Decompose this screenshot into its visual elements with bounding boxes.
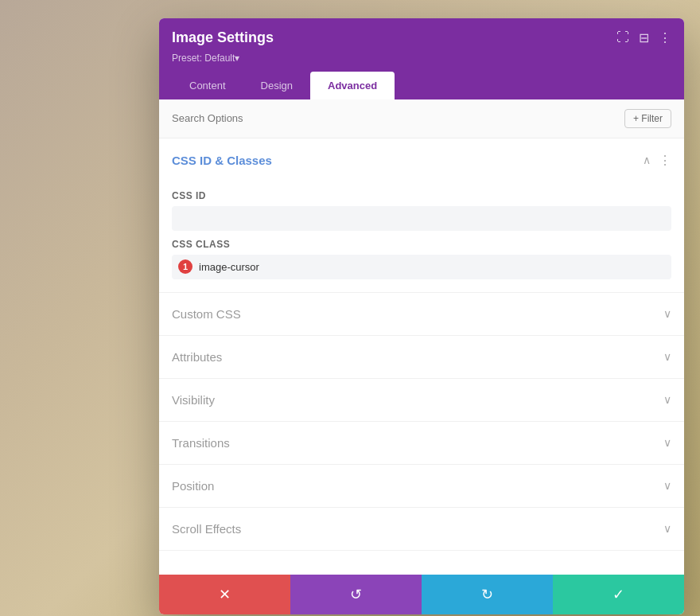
tab-design[interactable]: Design [243,72,310,99]
scroll-effects-chevron: ∨ [663,522,671,535]
image-settings-modal: Image Settings ⛶ ⊟ ⋮ Preset: Default▾ Co… [159,18,684,614]
position-section: Position ∨ [159,465,684,508]
css-section-title: CSS ID & Classes [172,154,272,167]
css-id-input[interactable] [172,206,671,231]
modal-body: + Filter CSS ID & Classes ∧ ⋮ CSS ID CSS… [159,99,684,575]
more-options-icon[interactable]: ⋮ [659,30,671,45]
fullscreen-icon[interactable]: ⛶ [616,30,629,45]
section-more-icon[interactable]: ⋮ [659,153,671,168]
visibility-header[interactable]: Visibility ∨ [159,379,684,421]
redo-button[interactable]: ↻ [422,575,553,614]
modal-footer: ✕ ↺ ↻ ✓ [159,575,684,614]
visibility-chevron: ∨ [663,393,671,406]
scroll-effects-title: Scroll Effects [172,522,241,536]
tab-advanced[interactable]: Advanced [310,72,395,99]
attributes-title: Attributes [172,350,222,364]
modal-header: Image Settings ⛶ ⊟ ⋮ Preset: Default▾ Co… [159,18,684,99]
footer-spacer [159,551,684,575]
redo-icon: ↻ [481,586,493,603]
tab-content[interactable]: Content [172,72,243,99]
css-section-icons: ∧ ⋮ [643,153,671,168]
custom-css-title: Custom CSS [172,307,241,321]
position-header[interactable]: Position ∨ [159,465,684,507]
transitions-title: Transitions [172,436,230,450]
preset-label[interactable]: Preset: Default▾ [172,53,671,64]
css-class-input[interactable] [172,255,671,279]
visibility-title: Visibility [172,393,215,407]
transitions-section: Transitions ∨ [159,422,684,465]
position-title: Position [172,479,214,493]
custom-css-section: Custom CSS ∨ [159,293,684,336]
attributes-chevron: ∨ [663,350,671,363]
css-class-wrapper: 1 [172,255,671,279]
custom-css-chevron: ∨ [663,307,671,320]
modal-title: Image Settings [172,29,274,46]
attributes-section: Attributes ∨ [159,336,684,379]
visibility-section: Visibility ∨ [159,379,684,422]
scroll-effects-section: Scroll Effects ∨ [159,508,684,551]
transitions-chevron: ∨ [663,436,671,449]
position-chevron: ∨ [663,479,671,492]
css-section-content: CSS ID CSS Class 1 [159,190,684,292]
save-button[interactable]: ✓ [553,575,684,614]
header-top: Image Settings ⛶ ⊟ ⋮ [172,29,671,46]
custom-css-header[interactable]: Custom CSS ∨ [159,293,684,335]
filter-button[interactable]: + Filter [624,109,671,128]
css-id-label: CSS ID [172,190,671,201]
save-icon: ✓ [612,586,624,603]
transitions-header[interactable]: Transitions ∨ [159,422,684,464]
columns-icon[interactable]: ⊟ [639,30,649,45]
css-section-header[interactable]: CSS ID & Classes ∧ ⋮ [159,138,684,182]
cancel-icon: ✕ [219,586,231,603]
cancel-button[interactable]: ✕ [159,575,290,614]
css-class-label: CSS Class [172,239,671,250]
search-bar: + Filter [159,99,684,138]
undo-icon: ↺ [350,586,362,603]
attributes-header[interactable]: Attributes ∨ [159,336,684,378]
class-count-badge: 1 [178,259,192,274]
css-id-classes-section: CSS ID & Classes ∧ ⋮ CSS ID CSS Class 1 [159,138,684,293]
tabs-container: Content Design Advanced [172,72,671,99]
chevron-up-icon: ∧ [643,154,651,166]
header-icons: ⛶ ⊟ ⋮ [616,30,671,45]
undo-button[interactable]: ↺ [290,575,422,614]
scroll-effects-header[interactable]: Scroll Effects ∨ [159,508,684,550]
search-input[interactable] [172,112,624,124]
